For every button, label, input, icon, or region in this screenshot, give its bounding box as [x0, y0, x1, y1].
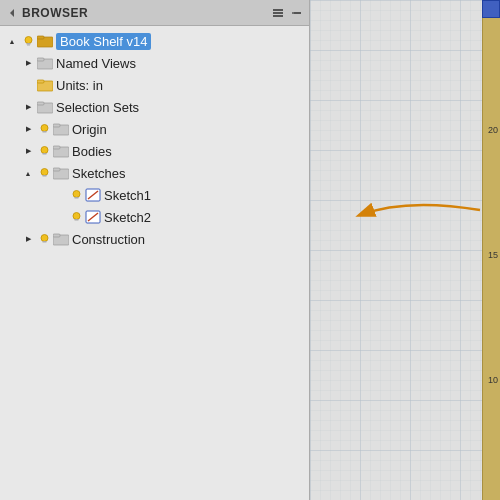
bulb-icon-construction	[36, 231, 52, 247]
svg-rect-40	[53, 234, 60, 237]
svg-rect-42	[310, 0, 500, 500]
canvas-area: 20 15 10	[310, 0, 500, 500]
grid-background	[310, 0, 500, 500]
folder-icon-origin	[52, 121, 70, 137]
folder-icon-construction	[52, 231, 70, 247]
folder-icon-units	[36, 77, 54, 93]
svg-rect-3	[273, 15, 283, 17]
svg-point-33	[73, 212, 80, 219]
browser-header: BROWSER	[0, 0, 309, 26]
svg-rect-38	[42, 241, 46, 243]
svg-point-17	[41, 124, 48, 131]
svg-rect-7	[26, 43, 30, 45]
tree-item-sketch1[interactable]: Sketch1	[0, 184, 309, 206]
item-label-bodies: Bodies	[72, 144, 112, 159]
svg-rect-12	[37, 58, 44, 61]
ruler-tick-15: 15	[482, 250, 500, 260]
ruler-tick-20: 20	[482, 125, 500, 135]
expand-icon-named-views[interactable]	[20, 55, 36, 71]
item-label-sketch2: Sketch2	[104, 210, 151, 225]
svg-rect-10	[37, 36, 44, 39]
tree-item-selection-sets[interactable]: Selection Sets	[0, 96, 309, 118]
svg-rect-2	[273, 12, 283, 14]
browser-menu-icon[interactable]	[271, 6, 285, 20]
item-label-units: Units: in	[56, 78, 103, 93]
tree-item-origin[interactable]: Origin	[0, 118, 309, 140]
item-label-sketch1: Sketch1	[104, 188, 151, 203]
ruler-handle[interactable]	[482, 0, 500, 18]
svg-rect-30	[74, 197, 78, 199]
bulb-icon-bodies	[36, 143, 52, 159]
svg-rect-18	[42, 131, 46, 133]
bulb-icon-sketches	[36, 165, 52, 181]
expand-icon-bodies[interactable]	[20, 143, 36, 159]
bulb-icon-origin	[36, 121, 52, 137]
svg-point-37	[41, 234, 48, 241]
expand-icon-origin[interactable]	[20, 121, 36, 137]
svg-rect-24	[53, 146, 60, 149]
svg-rect-28	[53, 168, 60, 171]
tree-item-sketch2[interactable]: Sketch2	[0, 206, 309, 228]
svg-marker-0	[10, 9, 14, 17]
sketch-icon-sketch2	[84, 209, 102, 225]
tree-item-construction[interactable]: Construction	[0, 228, 309, 250]
folder-icon-selection-sets	[36, 99, 54, 115]
folder-icon-bodies	[52, 143, 70, 159]
item-label-origin: Origin	[72, 122, 107, 137]
item-label-root: Book Shelf v14	[56, 33, 151, 50]
bulb-icon-sketch1	[68, 187, 84, 203]
item-label-selection-sets: Selection Sets	[56, 100, 139, 115]
svg-point-25	[41, 168, 48, 175]
browser-close-icon[interactable]	[289, 6, 303, 20]
tree-container: Book Shelf v14 Named Views	[0, 26, 309, 500]
svg-rect-22	[42, 153, 46, 155]
tree-item-bodies[interactable]: Bodies	[0, 140, 309, 162]
svg-rect-34	[74, 219, 78, 221]
expand-icon-selection-sets[interactable]	[20, 99, 36, 115]
tree-item-root[interactable]: Book Shelf v14	[0, 30, 309, 52]
folder-icon-named-views	[36, 55, 54, 71]
folder-icon-root	[36, 33, 54, 49]
svg-rect-26	[42, 175, 46, 177]
item-label-named-views: Named Views	[56, 56, 136, 71]
tree-item-sketches[interactable]: Sketches	[0, 162, 309, 184]
collapse-icon[interactable]	[6, 7, 18, 19]
svg-rect-1	[273, 9, 283, 11]
svg-rect-16	[37, 102, 44, 105]
bulb-icon-sketch2	[68, 209, 84, 225]
sketch-icon-sketch1	[84, 187, 102, 203]
browser-title: BROWSER	[22, 6, 88, 20]
svg-point-21	[41, 146, 48, 153]
ruler-tick-10: 10	[482, 375, 500, 385]
item-label-sketches: Sketches	[72, 166, 125, 181]
item-label-construction: Construction	[72, 232, 145, 247]
svg-rect-8	[27, 44, 30, 45]
tree-item-named-views[interactable]: Named Views	[0, 52, 309, 74]
svg-rect-14	[37, 80, 44, 83]
expand-icon-root[interactable]	[4, 33, 20, 49]
expand-icon-construction[interactable]	[20, 231, 36, 247]
svg-point-29	[73, 190, 80, 197]
expand-icon-sketches[interactable]	[20, 165, 36, 181]
folder-icon-sketches	[52, 165, 70, 181]
tree-item-units[interactable]: Units: in	[0, 74, 309, 96]
svg-rect-20	[53, 124, 60, 127]
bulb-icon-root	[20, 33, 36, 49]
ruler-right: 20 15 10	[482, 0, 500, 500]
svg-point-6	[25, 36, 32, 43]
browser-panel: BROWSER	[0, 0, 310, 500]
